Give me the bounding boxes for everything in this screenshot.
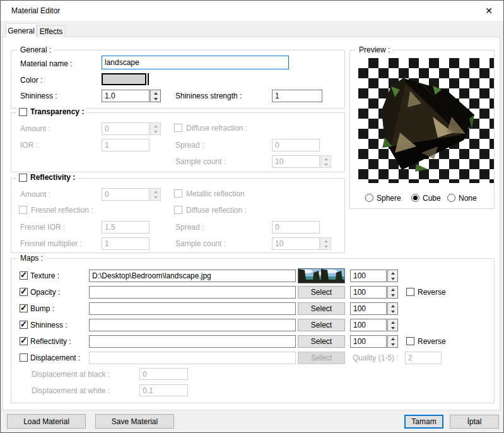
reflectivity-checkbox[interactable] (19, 174, 27, 182)
shininess-amount-input[interactable] (350, 319, 387, 331)
shininess-input[interactable] (102, 90, 149, 102)
bump-amount-input[interactable] (350, 302, 387, 315)
bump-amount-spinner[interactable] (350, 302, 398, 315)
material-name-input[interactable] (102, 56, 289, 69)
preview-cube-render (358, 58, 494, 183)
texture-amount-input[interactable] (350, 270, 387, 282)
transparency-spread-input (272, 139, 320, 151)
fresnel-ior-input (102, 221, 149, 234)
tab-general[interactable]: General (6, 23, 37, 37)
displacement-map-label: Displacement : (30, 353, 80, 363)
opacity-amount-input[interactable] (350, 286, 387, 299)
reflectivity-amount-spinner[interactable] (350, 335, 398, 348)
reflectivity-select-button[interactable]: Select (298, 335, 345, 348)
shininess-path-input[interactable] (89, 319, 296, 331)
preview-sphere-radio[interactable] (365, 194, 373, 202)
bump-map-checkbox[interactable]: ✓ (20, 304, 28, 312)
displacement-map-checkbox[interactable] (20, 353, 28, 362)
transparency-group-legend: Transparency : (16, 107, 86, 116)
spin-up-icon[interactable] (388, 303, 397, 309)
color-swatch[interactable] (102, 73, 146, 85)
spin-up-icon[interactable] (388, 270, 397, 276)
tab-effects[interactable]: Effects (37, 25, 66, 37)
transparency-sample-count-spin-buttons (320, 155, 331, 168)
opacity-select-button[interactable]: Select (298, 286, 345, 299)
shininess-amount-spinner[interactable] (350, 319, 398, 331)
bump-path-input[interactable] (89, 302, 296, 315)
texture-amount-spinner[interactable] (350, 270, 398, 282)
texture-amount-spin-buttons[interactable] (387, 270, 398, 282)
opacity-map-checkbox[interactable]: ✓ (20, 288, 28, 296)
reflectivity-sample-count-spinner (272, 237, 331, 250)
material-name-label: Material name : (20, 59, 73, 69)
opacity-reverse-label: Reverse (418, 288, 446, 297)
transparency-group: Transparency : Amount : Diffuse refracti… (11, 112, 345, 172)
transparency-checkbox[interactable] (19, 108, 27, 116)
preview-cube-radio[interactable] (411, 194, 419, 202)
spin-down-icon[interactable] (151, 96, 160, 102)
diffuse-refraction-checkbox (174, 124, 182, 132)
ior-input (102, 139, 149, 151)
displacement-at-white-label: Displacement at white : (32, 386, 110, 396)
spin-up-icon[interactable] (388, 336, 397, 341)
reflectivity-amount-spin-buttons[interactable] (387, 335, 398, 348)
spin-up-icon[interactable] (151, 90, 160, 96)
reflectivity-sample-count-input (272, 237, 320, 250)
transparency-amount-input (102, 122, 149, 135)
shininess-spinner[interactable] (102, 90, 161, 102)
transparency-sample-count-label: Sample count : (175, 157, 226, 167)
texture-path-input[interactable] (89, 270, 296, 282)
spin-down-icon (151, 194, 160, 200)
opacity-map-label: Opacity : (30, 288, 60, 297)
shininess-strength-input[interactable] (272, 90, 322, 102)
reflectivity-amount-input[interactable] (350, 335, 387, 348)
opacity-path-input[interactable] (89, 286, 296, 299)
shininess-amount-spin-buttons[interactable] (387, 319, 398, 331)
spin-down-icon (321, 162, 331, 167)
spin-down-icon[interactable] (388, 276, 397, 282)
reflectivity-reverse-checkbox[interactable] (406, 337, 414, 345)
preview-cube-label: Cube (423, 194, 441, 203)
diffuse-reflection-checkbox (174, 206, 182, 214)
displacement-path-input (89, 352, 296, 364)
texture-map-label: Texture : (30, 271, 59, 281)
spin-down-icon[interactable] (388, 341, 397, 347)
preview-none-radio[interactable] (447, 194, 455, 202)
ok-button[interactable]: Tamam (404, 415, 443, 429)
shininess-select-button[interactable]: Select (298, 319, 345, 331)
spin-up-icon[interactable] (388, 287, 397, 292)
spin-up-icon[interactable] (388, 319, 397, 325)
bump-select-button[interactable]: Select (298, 302, 345, 315)
spin-down-icon (321, 244, 331, 249)
reflectivity-map-checkbox[interactable]: ✓ (20, 337, 28, 345)
close-icon[interactable]: ✕ (479, 4, 498, 18)
spin-up-icon (151, 123, 160, 129)
reflectivity-amount-input (102, 188, 149, 201)
save-material-button[interactable]: Save Material (95, 414, 174, 429)
shininess-map-checkbox[interactable]: ✓ (20, 321, 28, 329)
diffuse-refraction-label: Diffuse refraction : (186, 124, 247, 133)
opacity-reverse-checkbox[interactable] (406, 288, 414, 296)
texture-thumbnail-image[interactable] (298, 268, 345, 283)
spin-down-icon[interactable] (388, 325, 397, 331)
spin-down-icon[interactable] (388, 309, 397, 314)
texture-map-checkbox[interactable]: ✓ (20, 271, 28, 280)
reflectivity-path-input[interactable] (89, 335, 296, 348)
reflectivity-sample-count-label: Sample count : (175, 239, 226, 249)
cancel-button[interactable]: İptal (450, 415, 499, 429)
transparency-sample-count-input (272, 155, 320, 168)
reflectivity-group: Reflectivity : Amount : Metallic reflect… (11, 178, 345, 253)
opacity-amount-spin-buttons[interactable] (387, 286, 398, 299)
load-material-button[interactable]: Load Material (7, 414, 86, 429)
shininess-spin-buttons[interactable] (150, 90, 161, 102)
preview-group-legend: Preview : (356, 45, 392, 54)
bump-map-label: Bump : (30, 304, 54, 314)
reflectivity-group-legend: Reflectivity : (16, 173, 78, 182)
spin-down-icon[interactable] (388, 292, 397, 298)
opacity-amount-spinner[interactable] (350, 286, 398, 299)
reflectivity-spread-label: Spread : (175, 223, 204, 232)
bump-amount-spin-buttons[interactable] (387, 302, 398, 315)
maps-group-legend: Maps : (18, 254, 45, 263)
reflectivity-sample-count-spin-buttons (320, 237, 331, 250)
transparency-label: Transparency : (30, 107, 84, 116)
